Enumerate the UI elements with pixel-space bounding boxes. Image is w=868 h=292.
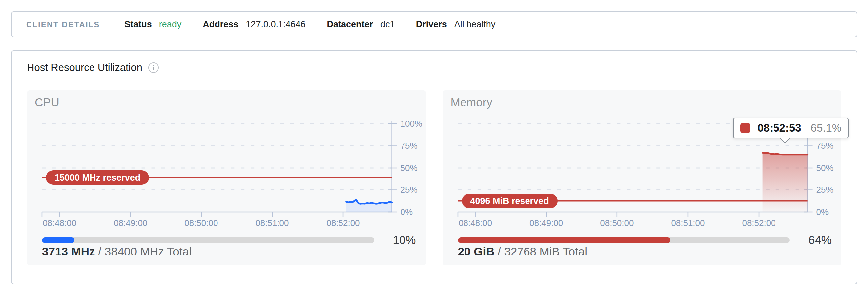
x-tick-label: 08:50:00 [600, 218, 633, 228]
address-field: Address 127.0.0.1:4646 [203, 19, 305, 30]
cpu-reserved-annotation: 15000 MHz reserved [46, 170, 149, 185]
panel-title-row: Host Resource Utilization i [27, 62, 159, 74]
datacenter-field: Datacenter dc1 [327, 19, 395, 30]
memory-progress-track [458, 237, 790, 243]
y-tick-label: 100% [401, 120, 423, 129]
y-tick-label: 0% [816, 207, 829, 217]
host-resource-utilization-panel: Host Resource Utilization i CPU 0%25%50%… [11, 51, 858, 284]
tooltip-time: 08:52:53 [757, 122, 801, 135]
cpu-progress-track [42, 237, 374, 243]
x-tick-label: 08:51:00 [671, 218, 705, 228]
memory-progress-row: 64% [458, 234, 832, 246]
y-tick-label: 75% [816, 141, 833, 151]
memory-chart-tooltip: 08:52:53 65.1% [733, 118, 849, 138]
memory-card-title: Memory [451, 95, 492, 109]
client-monitoring-page: { "colors": { "accent_blue": "#1f6bff", … [0, 0, 868, 292]
memory-percent-badge: 64% [798, 233, 832, 246]
memory-reserved-annotation: 4096 MiB reserved [462, 194, 558, 208]
cpu-total-value: / 38400 MHz Total [95, 245, 192, 258]
drivers-field: Drivers All healthy [416, 19, 496, 30]
tooltip-series-swatch [740, 123, 750, 133]
status-value: ready [159, 19, 182, 30]
x-tick-label: 08:48:00 [459, 218, 492, 228]
memory-card: Memory 0%25%50%75%100%08:48:0008:49:0008… [443, 90, 842, 265]
y-tick-label: 50% [401, 163, 418, 173]
x-tick-label: 08:52:00 [327, 218, 360, 228]
memory-percent-area [762, 153, 807, 212]
y-tick-label: 75% [401, 141, 418, 151]
address-label: Address [203, 19, 238, 30]
client-details-title: CLIENT DETAILS [26, 20, 100, 29]
cpu-totals: 3713 MHz / 38400 MHz Total [42, 245, 192, 258]
cpu-progress-row: 10% [42, 234, 416, 246]
memory-progress-fill [458, 237, 671, 243]
x-tick-label: 08:52:00 [742, 218, 775, 228]
x-tick-label: 08:48:00 [43, 218, 76, 228]
tooltip-value: 65.1% [811, 122, 842, 135]
info-icon[interactable]: i [148, 62, 159, 73]
memory-totals: 20 GiB / 32768 MiB Total [458, 245, 587, 258]
cpu-used-value: 3713 MHz [42, 245, 95, 258]
x-tick-label: 08:51:00 [255, 218, 289, 228]
datacenter-label: Datacenter [327, 19, 373, 30]
x-tick-label: 08:50:00 [184, 218, 218, 228]
x-tick-label: 08:49:00 [529, 218, 563, 228]
drivers-value: All healthy [454, 19, 496, 30]
cpu-card: CPU 0%25%50%75%100%08:48:0008:49:0008:50… [27, 90, 426, 265]
y-tick-label: 25% [401, 185, 418, 195]
drivers-label: Drivers [416, 19, 447, 30]
y-tick-label: 50% [816, 163, 833, 173]
y-tick-label: 25% [816, 185, 833, 195]
cpu-percent-badge: 10% [383, 233, 416, 246]
address-value: 127.0.0.1:4646 [246, 19, 305, 30]
status-field: Status ready [124, 19, 181, 30]
y-tick-label: 0% [401, 207, 413, 217]
datacenter-value: dc1 [380, 19, 395, 30]
client-details-bar: CLIENT DETAILS Status ready Address 127.… [11, 11, 858, 37]
cpu-progress-fill [42, 237, 74, 243]
memory-used-value: 20 GiB [458, 245, 495, 258]
status-label: Status [124, 19, 152, 30]
panel-title: Host Resource Utilization [27, 62, 142, 74]
cpu-card-title: CPU [35, 95, 59, 109]
resource-cards: CPU 0%25%50%75%100%08:48:0008:49:0008:50… [27, 90, 841, 265]
memory-total-value: / 32768 MiB Total [494, 245, 587, 258]
x-tick-label: 08:49:00 [114, 218, 147, 228]
